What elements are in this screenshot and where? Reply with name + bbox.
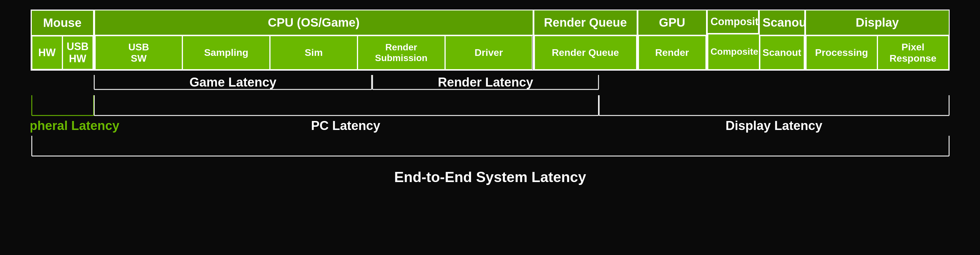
mouse-sub-blocks: HW USBHW	[32, 36, 93, 69]
composite-header: Composite	[708, 10, 758, 34]
game-latency-label: Game Latency	[189, 75, 276, 89]
usb-sw-block: USBSW	[95, 35, 183, 70]
hw-block: HW	[32, 36, 62, 69]
latency-svg: Game Latency Render Latency Peripheral L…	[31, 72, 950, 240]
scanout-sub-blocks: Scanout	[760, 35, 804, 70]
mouse-group: Mouse HW USBHW	[31, 10, 94, 71]
cpu-group: CPU (OS/Game) USBSW Sampling Sim RenderS…	[94, 10, 533, 71]
gpu-sub-blocks: Render	[638, 35, 706, 70]
sim-block: Sim	[270, 35, 358, 70]
driver-block: Driver	[445, 35, 533, 70]
composite-group: Composite Composite	[707, 10, 759, 71]
pc-latency-label: PC Latency	[311, 119, 380, 133]
composite-sub-blocks: Composite	[708, 34, 758, 70]
processing-block: Processing	[806, 35, 877, 70]
display-group: Display Processing PixelResponse	[805, 10, 950, 71]
latency-section: Game Latency Render Latency Peripheral L…	[31, 72, 950, 246]
display-sub-blocks: Processing PixelResponse	[806, 35, 949, 70]
render-block: Render	[638, 35, 706, 70]
peripheral-latency-label: Peripheral Latency	[31, 119, 119, 133]
display-latency-label: Display Latency	[725, 119, 822, 133]
gpu-group: GPU Render	[638, 10, 707, 71]
sampling-block: Sampling	[182, 35, 270, 70]
gpu-header: GPU	[638, 10, 706, 35]
diagram: Mouse HW USBHW CPU (OS/Game) USBSW Sampl…	[13, 0, 967, 255]
render-queue-sub-blocks: Render Queue	[535, 35, 637, 70]
render-latency-label: Render Latency	[438, 75, 533, 89]
pixel-response-block: PixelResponse	[877, 35, 949, 70]
display-header: Display	[806, 10, 949, 35]
cpu-sub-blocks: USBSW Sampling Sim RenderSubmission Driv…	[95, 35, 533, 70]
end-to-end-label: End-to-End System Latency	[394, 169, 586, 185]
render-queue-block: Render Queue	[535, 35, 637, 70]
scanout-header: Scanout	[760, 10, 804, 35]
cpu-header: CPU (OS/Game)	[95, 10, 533, 35]
scanout-group: Scanout Scanout	[759, 10, 805, 71]
render-submission-block: RenderSubmission	[358, 35, 445, 70]
scanout-block: Scanout	[760, 35, 804, 70]
usb-hw-block: USBHW	[62, 36, 93, 69]
render-queue-group: Render Queue Render Queue	[533, 10, 638, 71]
mouse-header: Mouse	[32, 11, 93, 36]
render-queue-header: Render Queue	[535, 10, 637, 35]
top-blocks: Mouse HW USBHW CPU (OS/Game) USBSW Sampl…	[31, 10, 950, 71]
composite-block: Composite	[708, 34, 761, 70]
